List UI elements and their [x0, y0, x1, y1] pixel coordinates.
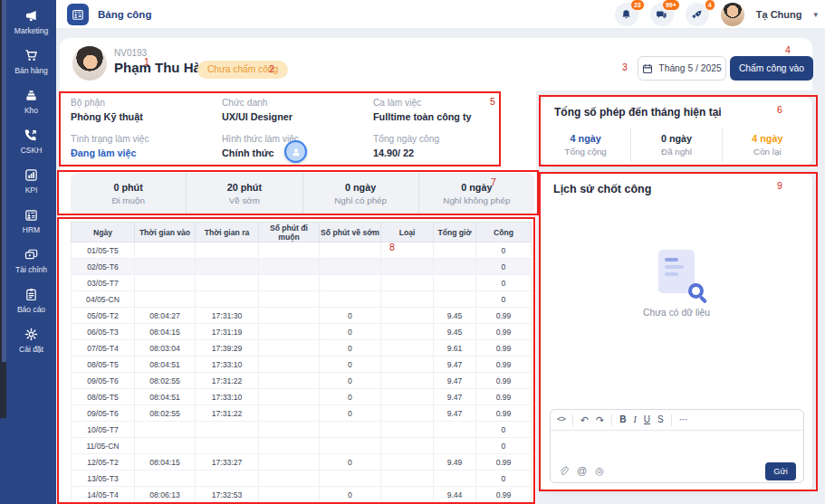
page-title: Bảng công [98, 9, 151, 20]
person-icon [291, 147, 302, 157]
attendance-stats-bar: 0 phútĐi muộn20 phútVề sớm0 ngàyNghỉ có … [71, 173, 534, 214]
editor-input[interactable] [551, 431, 803, 460]
employee-field: Ca làm việcFulltime toàn công ty [373, 98, 500, 122]
stat-label: Về sớm [229, 195, 260, 205]
bell-button[interactable]: 23 [615, 3, 638, 26]
table-cell [135, 291, 196, 308]
sidebar-item-báo-cáo[interactable]: Báo cáo [6, 281, 56, 320]
stat-value: 0 phút [113, 182, 142, 193]
emoji-button[interactable]: ◎ [595, 466, 604, 476]
table-cell: 0 [320, 357, 381, 373]
rocket-button[interactable]: 4 [686, 3, 709, 26]
table-cell [196, 422, 259, 438]
table-cell: 08:04:15 [135, 454, 196, 471]
table-cell: 9.44 [434, 487, 476, 503]
code-button[interactable]: <> [557, 416, 565, 424]
table-cell [259, 487, 320, 503]
strikethrough-button[interactable]: S [657, 415, 664, 424]
paperclip-button[interactable] [558, 466, 569, 477]
field-value: Đang làm việc [71, 147, 222, 158]
table-cell: 08:04:51 [135, 389, 196, 405]
table-row: 13/05-T30 [72, 471, 532, 487]
chat-button[interactable]: 99+ [650, 3, 674, 26]
sidebar-item-bán-hàng[interactable]: Bán hàng [6, 42, 56, 81]
table-row: 14/05-T408:06:1317:32:5309.440.99 [72, 487, 532, 503]
table-cell [135, 242, 196, 259]
table-cell: 0.99 [476, 308, 532, 324]
table-cell [135, 438, 196, 454]
table-cell: 13/05-T3 [72, 471, 135, 487]
sidebar: MarketingBán hàngKhoCSKHKPIHRMTài chínhB… [0, 0, 56, 504]
table-cell [259, 471, 320, 487]
table-header-row: NgàyThời gian vàoThời gian raSố phút đi … [72, 223, 532, 242]
table-row: 05/05-T208:04:2717:31:3009.450.99 [72, 308, 532, 324]
table-cell: 9.61 [434, 340, 476, 357]
stat-value: 0 ngày [461, 182, 492, 193]
table-cell [434, 438, 476, 454]
sidebar-item-kho[interactable]: Kho [6, 81, 56, 121]
underline-button[interactable]: U [644, 415, 650, 424]
table-cell [434, 242, 476, 259]
table-cell [320, 291, 381, 308]
mention-button[interactable]: @ [577, 466, 587, 476]
table-row: 08/05-T508:04:5117:33:1009.470.99 [72, 389, 532, 405]
table-cell: 10/05-T7 [72, 422, 135, 438]
table-cell: 08:04:51 [135, 357, 196, 373]
sidebar-item-tài-chính[interactable]: Tài chính [6, 241, 56, 281]
sidebar-item-kpi[interactable]: KPI [6, 161, 56, 201]
leave-summary-card: Tổng số phép đến tháng hiện tại 4 ngàyTổ… [541, 97, 812, 166]
italic-button[interactable]: I [633, 415, 636, 424]
floating-support-widget[interactable] [284, 140, 307, 163]
sidebar-item-hrm[interactable]: HRM [6, 201, 56, 241]
table-cell: 05/05-T2 [72, 308, 135, 324]
sidebar-scrollbar-thumb[interactable] [0, 362, 6, 418]
redo-button[interactable]: ↷ [596, 415, 604, 425]
table-cell: 0 [320, 405, 381, 422]
table-cell: 0 [320, 389, 381, 405]
table-cell: 9.47 [434, 405, 476, 422]
timesheet-table: NgàyThời gian vàoThời gian raSố phút đi … [71, 222, 532, 503]
empty-state-text: Chưa có dữ liệu [541, 308, 812, 318]
table-cell [259, 324, 320, 340]
report-icon [24, 288, 38, 301]
user-name[interactable]: Tạ Chung [756, 9, 802, 20]
leave-value: 4 ngày [571, 133, 601, 144]
table-row: 12/05-T208:04:1517:33:2709.490.99 [72, 454, 532, 471]
megaphone-icon [24, 9, 38, 23]
table-cell [434, 259, 476, 275]
sidebar-item-marketing[interactable]: Marketing [6, 2, 56, 42]
chevron-down-icon[interactable]: ▾ [813, 10, 818, 19]
bold-button[interactable]: B [619, 415, 626, 424]
leave-summary-row: 4 ngàyTổng cộng0 ngàyĐã nghỉ4 ngàyCòn lạ… [541, 128, 812, 162]
table-cell [259, 438, 320, 454]
table-cell: 01/05-T5 [72, 242, 135, 259]
stat-cell: 20 phútVề sớm [186, 173, 302, 214]
table-row: 01/05-T50 [72, 242, 532, 259]
table-cell [381, 487, 434, 503]
field-label: Chức danh [222, 98, 373, 108]
leave-label: Tổng cộng [565, 147, 607, 157]
bell-icon [620, 9, 632, 21]
table-cell: 17:39:29 [196, 340, 259, 357]
undo-button[interactable]: ↶ [580, 415, 589, 425]
empty-state-icon [658, 250, 695, 293]
sidebar-item-cài-đặt[interactable]: Cài đặt [6, 320, 56, 360]
table-cell: 12/05-T2 [72, 454, 135, 471]
notification-badge: 4 [705, 0, 715, 11]
table-cell [259, 405, 320, 422]
field-label: Tình trạng làm việc [71, 134, 222, 144]
month-picker[interactable]: Tháng 5 / 2025 [638, 56, 726, 81]
more-button[interactable]: ⋯ [679, 415, 688, 424]
table-cell [320, 438, 381, 454]
sidebar-item-cskh[interactable]: CSKH [6, 121, 56, 161]
chart-icon [24, 168, 38, 182]
table-cell [196, 259, 259, 275]
leave-label: Còn lại [753, 147, 782, 157]
stat-cell: 0 phútĐi muộn [71, 173, 186, 214]
user-avatar[interactable] [721, 3, 744, 26]
table-cell: 9.47 [434, 357, 476, 373]
table-cell: 0.99 [476, 389, 532, 405]
send-button[interactable]: Gửi [765, 462, 796, 480]
column-header: Số phút về sớm [320, 223, 381, 242]
checkin-button[interactable]: Chấm công vào [730, 56, 813, 81]
